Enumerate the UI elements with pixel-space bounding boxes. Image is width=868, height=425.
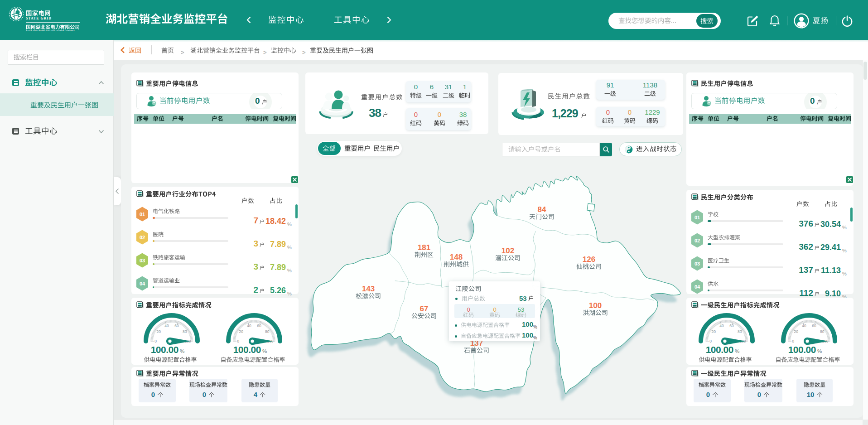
svg-text:01: 01 bbox=[140, 212, 145, 217]
svg-text:80: 80 bbox=[820, 329, 825, 334]
svg-text:04: 04 bbox=[694, 284, 700, 290]
svg-text:20: 20 bbox=[239, 329, 244, 334]
svg-text:40: 40 bbox=[164, 324, 169, 328]
svg-text:0: 0 bbox=[709, 339, 712, 343]
svg-text:01: 01 bbox=[694, 215, 700, 220]
svg-text:0: 0 bbox=[237, 339, 239, 343]
svg-text:40: 40 bbox=[247, 324, 251, 328]
svg-text:60: 60 bbox=[729, 324, 734, 328]
svg-text:0: 0 bbox=[154, 339, 157, 343]
svg-text:60: 60 bbox=[812, 324, 816, 328]
svg-text:80: 80 bbox=[265, 329, 270, 334]
svg-text:0: 0 bbox=[792, 339, 794, 343]
svg-text:20: 20 bbox=[794, 329, 799, 334]
svg-text:02: 02 bbox=[140, 235, 145, 240]
svg-text:80: 80 bbox=[738, 329, 742, 334]
svg-text:03: 03 bbox=[694, 261, 700, 266]
svg-text:80: 80 bbox=[183, 329, 187, 334]
svg-text:60: 60 bbox=[174, 324, 179, 328]
svg-text:04: 04 bbox=[140, 281, 145, 286]
svg-text:60: 60 bbox=[257, 324, 261, 328]
svg-text:02: 02 bbox=[694, 238, 700, 243]
svg-text:20: 20 bbox=[712, 329, 716, 334]
svg-text:40: 40 bbox=[802, 324, 806, 328]
svg-text:03: 03 bbox=[140, 258, 145, 263]
svg-text:40: 40 bbox=[719, 324, 724, 328]
svg-text:20: 20 bbox=[157, 329, 161, 334]
